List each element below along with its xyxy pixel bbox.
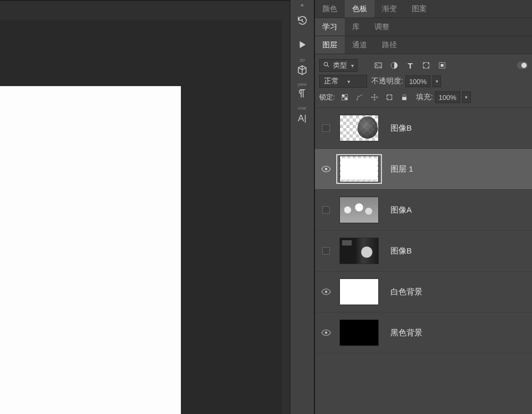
document-canvas[interactable] <box>0 86 181 414</box>
layer-name-label[interactable]: 图像B <box>390 246 412 256</box>
filter-toggle-switch[interactable] <box>517 62 528 69</box>
tab-paths[interactable]: 路径 <box>375 36 404 54</box>
layers-panel-header: 类型 ▾ T <box>315 54 532 108</box>
layer-visibility-toggle[interactable] <box>317 108 335 148</box>
panel-tabs-learn: 学习 库 调整 <box>315 18 532 36</box>
layer-name-label[interactable]: 图像B <box>390 123 412 133</box>
filter-smartobject-icon[interactable] <box>436 60 448 71</box>
eye-icon <box>321 166 331 172</box>
canvas-area <box>0 0 290 414</box>
tab-pattern[interactable]: 图案 <box>404 0 434 18</box>
layer-row[interactable]: 白色背景 <box>315 272 532 312</box>
tab-layers[interactable]: 图层 <box>315 36 345 54</box>
layer-row[interactable]: 图像A <box>315 190 532 231</box>
tab-libraries[interactable]: 库 <box>345 18 367 36</box>
layer-list: 图像B 图层 1 <box>315 108 532 414</box>
tab-channels[interactable]: 通道 <box>345 36 375 54</box>
svg-rect-16 <box>402 97 406 100</box>
layer-thumbnail[interactable] <box>335 235 383 267</box>
svg-rect-10 <box>440 64 443 66</box>
lock-all-icon[interactable] <box>399 91 410 103</box>
layer-row[interactable]: 图像B <box>315 108 532 149</box>
svg-rect-11 <box>342 95 344 97</box>
layer-thumbnail[interactable] <box>335 317 383 349</box>
layer-name-label[interactable]: 图像A <box>390 205 412 215</box>
layer-row[interactable]: 图像B <box>315 231 532 272</box>
tab-color[interactable]: 颜色 <box>315 0 345 18</box>
history-panel-icon[interactable] <box>290 9 314 32</box>
lock-label: 锁定: <box>319 92 335 102</box>
svg-point-17 <box>325 168 328 171</box>
layer-visibility-toggle[interactable] <box>317 231 335 271</box>
svg-point-18 <box>325 291 328 293</box>
filter-shape-icon[interactable] <box>420 60 432 71</box>
filter-adjustment-icon[interactable] <box>388 60 400 71</box>
svg-point-19 <box>325 332 328 334</box>
svg-rect-14 <box>345 98 347 100</box>
svg-point-8 <box>428 67 429 68</box>
chevron-down-icon: ▾ <box>351 63 354 69</box>
lock-transparency-icon[interactable] <box>339 91 350 103</box>
right-panels: 颜色 色板 渐变 图案 学习 库 调整 图层 通道 路径 类型 <box>314 0 532 414</box>
eye-icon <box>321 289 331 295</box>
svg-point-6 <box>428 63 429 64</box>
layer-name-label[interactable]: 白色背景 <box>390 287 422 297</box>
layer-filter-type-label: 类型 <box>333 61 347 70</box>
svg-point-2 <box>376 64 377 65</box>
tab-learn[interactable]: 学习 <box>315 18 345 36</box>
layer-name-label[interactable]: 黑色背景 <box>390 328 422 338</box>
layer-visibility-toggle[interactable] <box>317 272 335 312</box>
svg-rect-13 <box>342 98 344 100</box>
layer-thumbnail[interactable] <box>335 112 383 144</box>
fill-value-input[interactable]: 100% <box>435 91 460 103</box>
blend-mode-value: 正常 <box>324 77 339 86</box>
layer-thumbnail[interactable] <box>335 153 383 185</box>
svg-point-7 <box>423 67 425 68</box>
paragraph-panel-icon[interactable]: para <box>290 80 314 104</box>
lock-position-icon[interactable] <box>369 91 380 103</box>
layer-row[interactable]: 图层 1 <box>315 149 532 190</box>
layer-row[interactable]: 黑色背景 <box>315 312 532 353</box>
lock-pixels-icon[interactable] <box>354 91 365 103</box>
panel-tabs-colors: 颜色 色板 渐变 图案 <box>315 0 532 18</box>
layer-visibility-toggle[interactable] <box>317 190 335 230</box>
3d-panel-icon[interactable]: 3D <box>290 56 314 80</box>
fill-label: 填充: <box>416 92 433 102</box>
tab-swatches[interactable]: 色板 <box>345 0 375 18</box>
layer-name-label[interactable]: 图层 1 <box>390 164 413 174</box>
svg-point-0 <box>324 62 328 66</box>
layer-visibility-toggle[interactable] <box>317 149 335 189</box>
filter-type-icon[interactable]: T <box>404 60 416 71</box>
blend-mode-select[interactable]: 正常 ▾ <box>319 75 367 88</box>
collapsed-panels-strip: « 3D para char A| <box>290 0 314 414</box>
fill-dropdown-button[interactable]: ▾ <box>462 91 471 103</box>
actions-panel-icon[interactable] <box>290 32 314 56</box>
tab-gradient[interactable]: 渐变 <box>375 0 404 18</box>
tab-adjustments[interactable]: 调整 <box>367 18 397 36</box>
opacity-dropdown-button[interactable]: ▾ <box>433 75 441 87</box>
svg-rect-15 <box>387 95 392 99</box>
opacity-value-input[interactable]: 100% <box>405 75 430 87</box>
filter-pixel-icon[interactable] <box>372 60 384 71</box>
layer-thumbnail[interactable] <box>335 276 383 308</box>
chevron-down-icon: ▾ <box>347 79 350 85</box>
character-panel-icon[interactable]: char A| <box>290 104 314 128</box>
opacity-label: 不透明度: <box>371 77 403 86</box>
layer-visibility-toggle[interactable] <box>317 312 335 353</box>
svg-point-5 <box>423 63 425 64</box>
layer-filter-type-select[interactable]: 类型 ▾ <box>319 59 358 72</box>
expand-chevron-icon[interactable]: « <box>290 1 314 9</box>
eye-icon <box>321 329 331 336</box>
panel-tabs-layers: 图层 通道 路径 <box>315 36 532 54</box>
svg-rect-12 <box>345 95 347 97</box>
search-icon <box>323 61 330 70</box>
layer-thumbnail[interactable] <box>335 194 383 226</box>
lock-artboard-icon[interactable] <box>384 91 395 103</box>
